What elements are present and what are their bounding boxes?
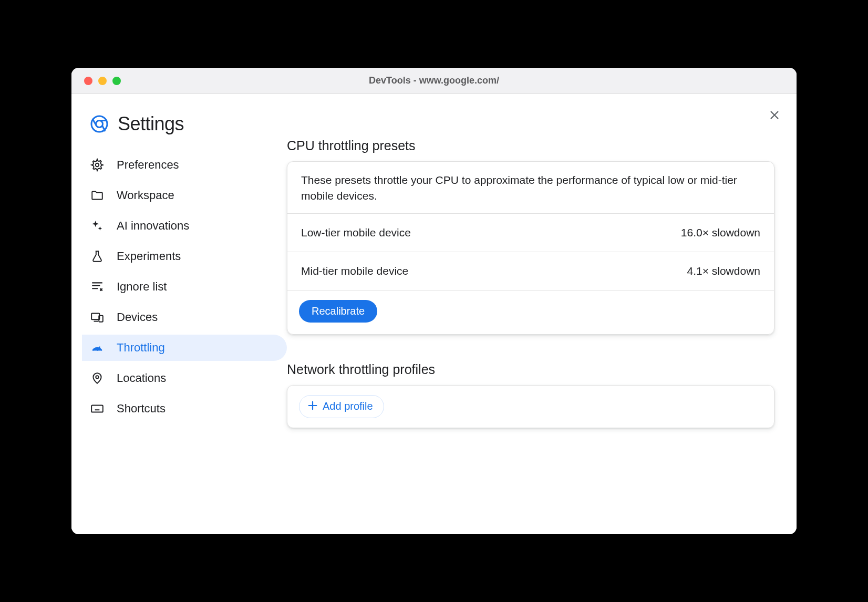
sidebar-item-ignore-list[interactable]: Ignore list [82, 274, 287, 300]
sidebar-item-preferences[interactable]: Preferences [82, 152, 287, 178]
svg-point-2 [96, 163, 99, 167]
sidebar-item-shortcuts[interactable]: Shortcuts [82, 396, 287, 422]
sidebar-item-label: Devices [117, 310, 158, 324]
svg-point-1 [96, 121, 103, 128]
sidebar-item-label: Throttling [117, 341, 165, 355]
settings-main: CPU throttling presets These presets thr… [287, 94, 797, 534]
keyboard-icon [90, 402, 104, 416]
sidebar-item-label: Ignore list [117, 280, 167, 294]
filter-x-icon [90, 280, 104, 294]
sidebar-item-label: Locations [117, 371, 166, 385]
window-close-button[interactable] [84, 77, 92, 85]
add-profile-button[interactable]: Add profile [299, 395, 384, 418]
close-icon [768, 109, 781, 121]
add-profile-label: Add profile [323, 400, 373, 412]
network-section-title: Network throttling profiles [287, 362, 774, 377]
svg-rect-3 [91, 313, 99, 319]
svg-rect-6 [91, 406, 103, 412]
close-settings-button[interactable] [768, 109, 781, 123]
preset-value: 16.0× slowdown [681, 226, 760, 239]
preset-name: Low-tier mobile device [301, 226, 411, 239]
sidebar-item-label: Shortcuts [117, 402, 166, 416]
sidebar-list: Preferences Workspace [82, 146, 287, 422]
preset-value: 4.1× slowdown [687, 265, 760, 277]
network-profiles-card: Add profile [287, 385, 774, 428]
gauge-icon [90, 341, 104, 355]
sidebar-item-experiments[interactable]: Experiments [82, 243, 287, 269]
settings-sidebar: Settings Preferences [71, 94, 287, 534]
cpu-section-title: CPU throttling presets [287, 138, 774, 153]
sidebar-item-label: AI innovations [117, 219, 189, 233]
sidebar-item-label: Experiments [117, 250, 181, 263]
sidebar-item-ai-innovations[interactable]: AI innovations [82, 213, 287, 239]
window-controls [71, 77, 121, 85]
sparkle-icon [90, 219, 104, 233]
settings-title: Settings [118, 113, 184, 135]
preset-row: Mid-tier mobile device 4.1× slowdown [287, 252, 774, 290]
devices-icon [90, 310, 104, 324]
gear-icon [90, 158, 104, 172]
plus-icon [307, 400, 318, 413]
window-title: DevTools - www.google.com/ [71, 75, 797, 86]
cpu-presets-card: These presets throttle your CPU to appro… [287, 161, 774, 335]
sidebar-item-throttling[interactable]: Throttling [82, 335, 287, 361]
chrome-icon [90, 115, 108, 133]
cpu-presets-description: These presets throttle your CPU to appro… [287, 162, 774, 214]
svg-point-5 [96, 376, 98, 378]
location-icon [90, 371, 104, 385]
folder-icon [90, 189, 104, 202]
preset-row: Low-tier mobile device 16.0× slowdown [287, 214, 774, 252]
settings-header: Settings [82, 113, 287, 146]
window-maximize-button[interactable] [112, 77, 121, 85]
sidebar-item-workspace[interactable]: Workspace [82, 182, 287, 209]
recalibrate-button[interactable]: Recalibrate [299, 300, 377, 323]
cpu-card-footer: Recalibrate [287, 290, 774, 334]
sidebar-item-devices[interactable]: Devices [82, 304, 287, 330]
sidebar-item-locations[interactable]: Locations [82, 365, 287, 391]
settings-content: Settings Preferences [71, 94, 797, 534]
sidebar-item-label: Workspace [117, 189, 174, 202]
window-titlebar: DevTools - www.google.com/ [71, 68, 797, 94]
flask-icon [90, 250, 104, 263]
sidebar-item-label: Preferences [117, 158, 179, 172]
devtools-settings-window: DevTools - www.google.com/ Settings [71, 68, 797, 534]
preset-name: Mid-tier mobile device [301, 265, 408, 277]
window-minimize-button[interactable] [98, 77, 107, 85]
